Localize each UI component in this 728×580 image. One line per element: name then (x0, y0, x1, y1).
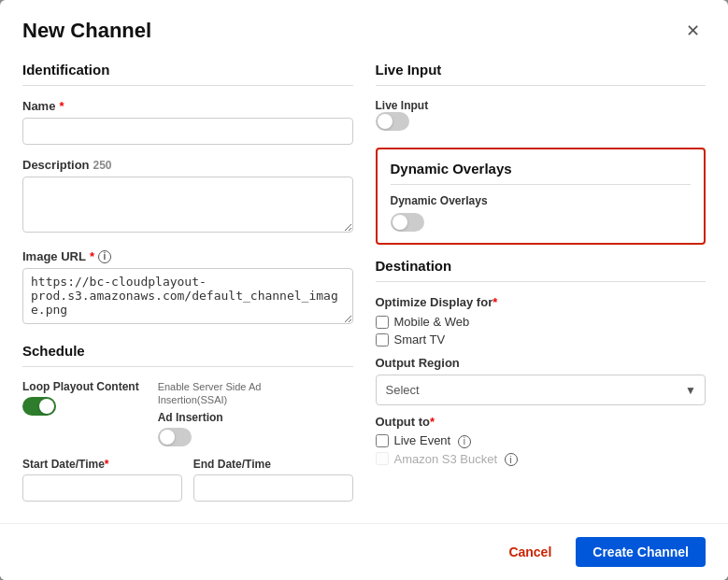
modal-dialog: New Channel ✕ Identification Name* Desc (0, 0, 728, 580)
date-row: Start Date/Time* End Date/Time (22, 458, 353, 502)
image-url-field-row: Image URL* i https://bc-cloudplayout-pro… (22, 249, 353, 328)
ad-insertion-slider (158, 428, 192, 446)
name-field-row: Name* (22, 99, 353, 145)
optimize-label: Optimize Display for* (376, 295, 707, 309)
ad-insertion-toggle[interactable] (158, 428, 192, 446)
amazon-s3-checkbox-row: Amazon S3 Bucket i (376, 452, 707, 467)
image-url-label: Image URL* i (22, 249, 353, 263)
image-url-required-star: * (90, 249, 94, 263)
output-region-label: Output Region (376, 356, 707, 370)
image-url-info-icon[interactable]: i (98, 250, 111, 263)
amazon-s3-label: Amazon S3 Bucket i (394, 452, 518, 467)
destination-section: Destination Optimize Display for* Mobile… (376, 258, 707, 466)
schedule-section-title: Schedule (22, 343, 353, 359)
identification-section-title: Identification (22, 62, 353, 78)
output-region-select-wrapper: Select ▼ (376, 375, 707, 405)
dynamic-overlays-label: Dynamic Overlays (391, 194, 692, 207)
end-date-input[interactable] (193, 474, 353, 502)
ssai-sublabel: Enable Server Side Ad Insertion(SSAI) (158, 380, 270, 407)
dynamic-overlays-toggle[interactable] (391, 213, 424, 232)
smart-tv-checkbox[interactable] (376, 333, 389, 347)
live-input-divider (376, 85, 707, 86)
output-to-label: Output to* (376, 415, 707, 429)
live-input-toggle[interactable] (376, 112, 409, 131)
char-count: 250 (93, 159, 112, 172)
close-button[interactable]: ✕ (680, 19, 706, 43)
loop-playout-slider (22, 397, 56, 416)
amazon-s3-info-icon[interactable]: i (505, 453, 518, 466)
modal-overlay: New Channel ✕ Identification Name* Desc (0, 0, 728, 580)
identification-divider (22, 85, 353, 86)
name-required-star: * (59, 99, 64, 113)
loop-playout-group: Loop Playout Content (22, 380, 139, 416)
live-input-section-title: Live Input (376, 62, 707, 78)
right-column: Live Input Live Input Dyn (376, 62, 707, 502)
mobile-web-label: Mobile & Web (394, 315, 470, 329)
live-event-checkbox-row: Live Event i (376, 433, 707, 448)
start-date-label: Start Date/Time* (22, 458, 182, 471)
modal-title: New Channel (22, 19, 151, 43)
loop-playout-toggle[interactable] (22, 397, 56, 416)
dynamic-overlays-divider (391, 184, 692, 185)
live-input-label: Live Input (376, 99, 429, 112)
end-date-field: End Date/Time (193, 458, 353, 502)
end-date-label: End Date/Time (193, 458, 353, 471)
output-region-select[interactable]: Select (376, 375, 707, 405)
start-date-field: Start Date/Time* (22, 458, 182, 502)
left-column: Identification Name* Description 250 (22, 62, 353, 502)
modal-body: Identification Name* Description 250 (22, 62, 706, 502)
live-event-checkbox[interactable] (376, 434, 389, 447)
description-label: Description 250 (22, 158, 353, 172)
dynamic-overlays-title: Dynamic Overlays (391, 161, 692, 177)
description-textarea[interactable] (22, 177, 353, 233)
amazon-s3-checkbox[interactable] (376, 452, 389, 465)
loop-playout-label: Loop Playout Content (22, 380, 139, 393)
modal-footer: Cancel Create Channel (0, 523, 728, 580)
mobile-web-checkbox[interactable] (376, 316, 389, 329)
image-url-textarea[interactable]: https://bc-cloudplayout-prod.s3.amazonaw… (22, 268, 353, 324)
create-channel-button[interactable]: Create Channel (576, 537, 706, 567)
live-input-toggle-row: Live Input (376, 99, 707, 134)
mobile-web-checkbox-row: Mobile & Web (376, 315, 707, 329)
dynamic-overlays-box: Dynamic Overlays Dynamic Overlays (376, 148, 707, 245)
schedule-divider (22, 366, 353, 367)
ad-insertion-label: Ad Insertion (158, 411, 270, 424)
description-field-row: Description 250 (22, 158, 353, 236)
destination-divider (376, 281, 707, 282)
live-input-section: Live Input Live Input (376, 62, 707, 134)
cancel-button[interactable]: Cancel (495, 537, 564, 567)
destination-section-title: Destination (376, 258, 707, 274)
smart-tv-label: Smart TV (394, 332, 446, 347)
live-event-label: Live Event i (394, 433, 471, 448)
smart-tv-checkbox-row: Smart TV (376, 332, 707, 347)
schedule-toggle-row: Loop Playout Content Enable Server Side … (22, 380, 353, 446)
ad-insertion-group: Enable Server Side Ad Insertion(SSAI) Ad… (158, 380, 270, 446)
dynamic-overlays-slider (391, 213, 424, 232)
name-input[interactable] (22, 118, 353, 145)
live-input-slider (376, 112, 409, 131)
start-date-input[interactable] (22, 474, 182, 502)
modal-header: New Channel ✕ (22, 19, 706, 43)
name-label: Name* (22, 99, 353, 113)
schedule-section: Schedule Loop Playout Content Enable Ser… (22, 343, 353, 502)
live-event-info-icon[interactable]: i (458, 435, 471, 448)
